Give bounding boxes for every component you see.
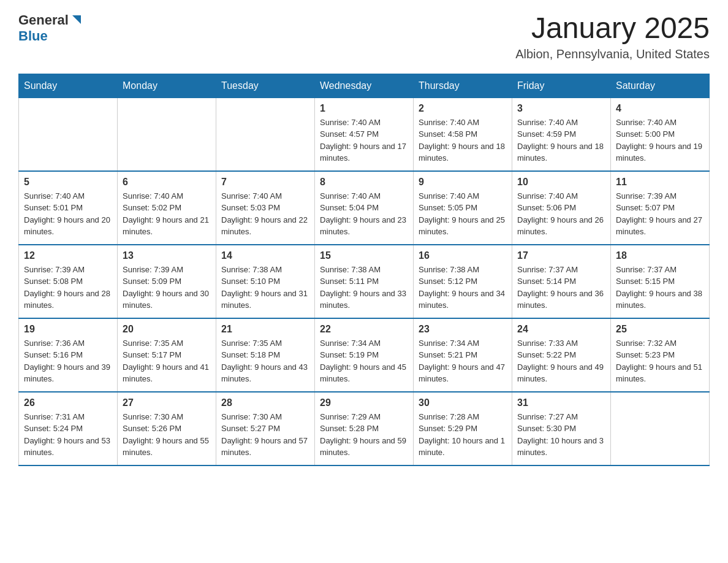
- table-row: [118, 98, 216, 171]
- calendar-week-row: 5Sunrise: 7:40 AM Sunset: 5:01 PM Daylig…: [19, 171, 710, 245]
- calendar-table: Sunday Monday Tuesday Wednesday Thursday…: [18, 74, 710, 466]
- day-info: Sunrise: 7:40 AM Sunset: 5:06 PM Dayligh…: [517, 190, 605, 238]
- table-row: [611, 392, 710, 465]
- day-info: Sunrise: 7:32 AM Sunset: 5:23 PM Dayligh…: [616, 337, 704, 385]
- table-row: 16Sunrise: 7:38 AM Sunset: 5:12 PM Dayli…: [414, 245, 512, 318]
- table-row: 15Sunrise: 7:38 AM Sunset: 5:11 PM Dayli…: [315, 245, 414, 318]
- table-row: 14Sunrise: 7:38 AM Sunset: 5:10 PM Dayli…: [216, 245, 315, 318]
- logo-general: General: [18, 12, 69, 28]
- table-row: [19, 98, 118, 171]
- table-row: 11Sunrise: 7:39 AM Sunset: 5:07 PM Dayli…: [611, 171, 710, 245]
- month-title: January 2025: [515, 12, 710, 45]
- day-number: 10: [517, 177, 605, 188]
- day-info: Sunrise: 7:38 AM Sunset: 5:11 PM Dayligh…: [320, 264, 408, 312]
- calendar-header-row: Sunday Monday Tuesday Wednesday Thursday…: [19, 74, 710, 98]
- page-header: General Blue January 2025 Albion, Pennsy…: [18, 12, 710, 61]
- day-number: 24: [517, 324, 605, 335]
- day-number: 4: [616, 103, 704, 114]
- logo: General Blue: [18, 12, 83, 44]
- table-row: [216, 98, 315, 171]
- table-row: 5Sunrise: 7:40 AM Sunset: 5:01 PM Daylig…: [19, 171, 118, 245]
- table-row: 31Sunrise: 7:27 AM Sunset: 5:30 PM Dayli…: [512, 392, 611, 465]
- day-number: 17: [517, 250, 605, 261]
- header-friday: Friday: [512, 74, 611, 98]
- day-number: 19: [24, 324, 112, 335]
- table-row: 3Sunrise: 7:40 AM Sunset: 4:59 PM Daylig…: [512, 98, 611, 171]
- day-number: 11: [616, 177, 704, 188]
- day-info: Sunrise: 7:40 AM Sunset: 5:02 PM Dayligh…: [123, 190, 211, 238]
- calendar-week-row: 12Sunrise: 7:39 AM Sunset: 5:08 PM Dayli…: [19, 245, 710, 318]
- day-number: 1: [320, 103, 408, 114]
- day-number: 30: [419, 397, 507, 408]
- table-row: 20Sunrise: 7:35 AM Sunset: 5:17 PM Dayli…: [118, 318, 216, 392]
- table-row: 8Sunrise: 7:40 AM Sunset: 5:04 PM Daylig…: [315, 171, 414, 245]
- table-row: 6Sunrise: 7:40 AM Sunset: 5:02 PM Daylig…: [118, 171, 216, 245]
- table-row: 7Sunrise: 7:40 AM Sunset: 5:03 PM Daylig…: [216, 171, 315, 245]
- day-info: Sunrise: 7:40 AM Sunset: 5:03 PM Dayligh…: [221, 190, 309, 238]
- calendar-week-row: 1Sunrise: 7:40 AM Sunset: 4:57 PM Daylig…: [19, 98, 710, 171]
- table-row: 25Sunrise: 7:32 AM Sunset: 5:23 PM Dayli…: [611, 318, 710, 392]
- day-number: 22: [320, 324, 408, 335]
- day-info: Sunrise: 7:37 AM Sunset: 5:14 PM Dayligh…: [517, 264, 605, 312]
- table-row: 9Sunrise: 7:40 AM Sunset: 5:05 PM Daylig…: [414, 171, 512, 245]
- day-info: Sunrise: 7:40 AM Sunset: 4:57 PM Dayligh…: [320, 117, 408, 164]
- day-number: 9: [419, 177, 507, 188]
- day-number: 25: [616, 324, 704, 335]
- svg-marker-0: [72, 15, 81, 24]
- day-info: Sunrise: 7:38 AM Sunset: 5:12 PM Dayligh…: [419, 264, 507, 312]
- day-info: Sunrise: 7:39 AM Sunset: 5:07 PM Dayligh…: [616, 190, 704, 238]
- day-info: Sunrise: 7:38 AM Sunset: 5:10 PM Dayligh…: [221, 264, 309, 312]
- day-info: Sunrise: 7:39 AM Sunset: 5:08 PM Dayligh…: [24, 264, 112, 312]
- day-number: 3: [517, 103, 605, 114]
- header-monday: Monday: [118, 74, 216, 98]
- calendar-week-row: 26Sunrise: 7:31 AM Sunset: 5:24 PM Dayli…: [19, 392, 710, 465]
- day-info: Sunrise: 7:34 AM Sunset: 5:21 PM Dayligh…: [419, 337, 507, 385]
- day-info: Sunrise: 7:40 AM Sunset: 5:00 PM Dayligh…: [616, 117, 704, 164]
- day-info: Sunrise: 7:40 AM Sunset: 5:01 PM Dayligh…: [24, 190, 112, 238]
- day-number: 18: [616, 250, 704, 261]
- day-number: 5: [24, 177, 112, 188]
- table-row: 4Sunrise: 7:40 AM Sunset: 5:00 PM Daylig…: [611, 98, 710, 171]
- day-number: 23: [419, 324, 507, 335]
- day-info: Sunrise: 7:29 AM Sunset: 5:28 PM Dayligh…: [320, 411, 408, 459]
- day-number: 29: [320, 397, 408, 408]
- table-row: 17Sunrise: 7:37 AM Sunset: 5:14 PM Dayli…: [512, 245, 611, 318]
- table-row: 18Sunrise: 7:37 AM Sunset: 5:15 PM Dayli…: [611, 245, 710, 318]
- day-number: 7: [221, 177, 309, 188]
- table-row: 30Sunrise: 7:28 AM Sunset: 5:29 PM Dayli…: [414, 392, 512, 465]
- table-row: 27Sunrise: 7:30 AM Sunset: 5:26 PM Dayli…: [118, 392, 216, 465]
- day-number: 14: [221, 250, 309, 261]
- table-row: 13Sunrise: 7:39 AM Sunset: 5:09 PM Dayli…: [118, 245, 216, 318]
- logo-blue: Blue: [18, 28, 48, 44]
- table-row: 10Sunrise: 7:40 AM Sunset: 5:06 PM Dayli…: [512, 171, 611, 245]
- header-saturday: Saturday: [611, 74, 710, 98]
- table-row: 12Sunrise: 7:39 AM Sunset: 5:08 PM Dayli…: [19, 245, 118, 318]
- day-info: Sunrise: 7:35 AM Sunset: 5:18 PM Dayligh…: [221, 337, 309, 385]
- day-info: Sunrise: 7:40 AM Sunset: 5:05 PM Dayligh…: [419, 190, 507, 238]
- day-number: 12: [24, 250, 112, 261]
- header-sunday: Sunday: [19, 74, 118, 98]
- day-info: Sunrise: 7:28 AM Sunset: 5:29 PM Dayligh…: [419, 411, 507, 459]
- day-info: Sunrise: 7:31 AM Sunset: 5:24 PM Dayligh…: [24, 411, 112, 459]
- day-info: Sunrise: 7:33 AM Sunset: 5:22 PM Dayligh…: [517, 337, 605, 385]
- day-info: Sunrise: 7:40 AM Sunset: 5:04 PM Dayligh…: [320, 190, 408, 238]
- header-thursday: Thursday: [414, 74, 512, 98]
- day-number: 6: [123, 177, 211, 188]
- table-row: 2Sunrise: 7:40 AM Sunset: 4:58 PM Daylig…: [414, 98, 512, 171]
- day-number: 26: [24, 397, 112, 408]
- table-row: 28Sunrise: 7:30 AM Sunset: 5:27 PM Dayli…: [216, 392, 315, 465]
- table-row: 23Sunrise: 7:34 AM Sunset: 5:21 PM Dayli…: [414, 318, 512, 392]
- calendar-week-row: 19Sunrise: 7:36 AM Sunset: 5:16 PM Dayli…: [19, 318, 710, 392]
- day-number: 27: [123, 397, 211, 408]
- day-info: Sunrise: 7:35 AM Sunset: 5:17 PM Dayligh…: [123, 337, 211, 385]
- location-title: Albion, Pennsylvania, United States: [515, 47, 710, 61]
- day-info: Sunrise: 7:40 AM Sunset: 4:59 PM Dayligh…: [517, 117, 605, 164]
- day-number: 28: [221, 397, 309, 408]
- table-row: 29Sunrise: 7:29 AM Sunset: 5:28 PM Dayli…: [315, 392, 414, 465]
- day-info: Sunrise: 7:30 AM Sunset: 5:26 PM Dayligh…: [123, 411, 211, 459]
- table-row: 26Sunrise: 7:31 AM Sunset: 5:24 PM Dayli…: [19, 392, 118, 465]
- title-section: January 2025 Albion, Pennsylvania, Unite…: [515, 12, 710, 61]
- day-info: Sunrise: 7:27 AM Sunset: 5:30 PM Dayligh…: [517, 411, 605, 459]
- day-number: 15: [320, 250, 408, 261]
- table-row: 1Sunrise: 7:40 AM Sunset: 4:57 PM Daylig…: [315, 98, 414, 171]
